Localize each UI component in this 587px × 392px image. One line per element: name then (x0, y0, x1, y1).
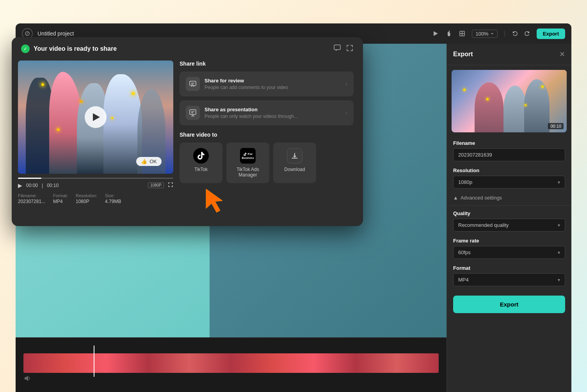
zoom-value: 100% (475, 31, 488, 37)
undo-icon[interactable] (512, 30, 518, 37)
download-icon (287, 148, 302, 164)
play-button[interactable] (85, 106, 107, 128)
video-fullscreen-icon[interactable] (168, 182, 173, 189)
share-as-presentation-text: Share as presentation People can only wa… (205, 107, 341, 119)
share-video-frame: 👍 OK (18, 61, 173, 174)
share-video-player: 👍 OK ▶ 00:00 | 00:10 1080P (12, 61, 180, 218)
share-as-presentation-desc: People can only watch your videos throug… (205, 114, 341, 119)
zoom-control[interactable]: 100% (472, 30, 497, 38)
share-modal-actions (333, 44, 354, 53)
format-meta: Format: MP4 (53, 193, 68, 204)
volume-icon[interactable] (23, 374, 31, 384)
advanced-settings-label: Advanced settings (461, 195, 502, 201)
chevron-up-icon: ▲ (453, 195, 458, 201)
format-meta-value: MP4 (53, 199, 68, 204)
video-current-time: 00:00 (26, 183, 38, 188)
filename-meta: Filename: 202307281... (18, 193, 45, 204)
video-progress-bar[interactable] (18, 178, 173, 179)
cursor-container (203, 187, 234, 218)
resolution-label: Resolution (453, 167, 565, 173)
frame-rate-dropdown-arrow: ▾ (558, 250, 560, 255)
share-modal-title: Your video is ready to share (34, 45, 329, 52)
export-submit-button[interactable]: Export (453, 296, 565, 313)
resolution-select[interactable]: 1080p ▾ (453, 176, 565, 189)
share-as-presentation-arrow: › (345, 110, 347, 116)
tiktok-platform[interactable]: TikTok (180, 143, 222, 183)
ready-badge: ✓ (21, 45, 30, 53)
export-preview-duration: 00:10 (548, 123, 564, 129)
share-platforms: TikTok For Business TikTok Ads Manager (180, 143, 354, 183)
crop-icon[interactable] (459, 30, 466, 37)
fullscreen-icon[interactable] (346, 44, 354, 53)
tiktok-ads-icon: For Business (240, 148, 256, 164)
filename-meta-label: Filename: (18, 193, 45, 198)
playhead (94, 346, 94, 377)
format-meta-label: Format: (53, 193, 68, 198)
share-for-review-option[interactable]: Share for review People can add comments… (180, 71, 354, 96)
tiktok-icon (193, 148, 209, 164)
export-title: Export (453, 51, 473, 58)
video-separator: | (42, 183, 43, 188)
video-total-time: 00:10 (47, 183, 59, 188)
share-video-to-title: Share video to (180, 132, 354, 138)
play-icon (93, 113, 100, 121)
video-play-icon[interactable]: ▶ (18, 182, 22, 189)
format-label: Format (453, 265, 565, 271)
comment-icon[interactable] (333, 44, 341, 53)
video-metadata: Filename: 202307281... Format: MP4 Resol… (18, 189, 173, 204)
advanced-settings-toggle[interactable]: ▲ Advanced settings (447, 192, 571, 204)
export-button[interactable]: Export (537, 29, 565, 39)
quality-field: Quality Recommended quality ▾ (447, 207, 571, 235)
redo-icon[interactable] (524, 30, 530, 37)
share-modal: ✓ Your video is ready to share (12, 37, 363, 226)
resolution-field: Resolution 1080p ▾ (447, 164, 571, 192)
share-as-presentation-name: Share as presentation (205, 107, 341, 112)
filename-meta-value: 202307281... (18, 199, 45, 204)
timeline (16, 337, 446, 392)
export-close-button[interactable]: ✕ (559, 50, 565, 59)
tiktok-label: TikTok (194, 167, 208, 172)
svg-rect-7 (334, 45, 340, 50)
share-options: Share link Share for review People can a… (180, 61, 363, 218)
video-quality-badge: 1080P (148, 182, 164, 188)
toolbar: 100% | Export (432, 29, 565, 39)
tiktok-ads-label: TikTok Ads Manager (230, 167, 265, 178)
divider (447, 205, 571, 206)
download-platform[interactable]: Download (273, 143, 316, 183)
play-icon[interactable] (432, 30, 439, 37)
video-controls-left: ▶ 00:00 | 00:10 (18, 182, 59, 189)
resolution-meta-label: Resolution: (76, 193, 97, 198)
share-modal-content: 👍 OK ▶ 00:00 | 00:10 1080P (12, 61, 363, 226)
size-meta: Size: 4.79MB (105, 193, 121, 204)
svg-marker-19 (206, 189, 222, 212)
divider: | (504, 30, 505, 37)
share-modal-header: ✓ Your video is ready to share (12, 37, 363, 61)
quality-label: Quality (453, 210, 565, 216)
filename-input[interactable]: 202307281639 (453, 148, 565, 161)
orange-cursor (203, 187, 226, 214)
quality-value: Recommended quality (458, 222, 509, 228)
size-meta-value: 4.79MB (105, 199, 121, 204)
tiktok-ads-platform[interactable]: For Business TikTok Ads Manager (226, 143, 269, 183)
share-for-review-name: Share for review (205, 78, 341, 84)
video-progress-fill (18, 178, 41, 179)
quality-select[interactable]: Recommended quality ▾ (453, 219, 565, 232)
pan-icon[interactable] (445, 30, 452, 37)
resolution-meta: Resolution: 1080P (76, 193, 97, 204)
frame-rate-select[interactable]: 60fps ▾ (453, 246, 565, 259)
format-dropdown-arrow: ▾ (558, 277, 560, 283)
size-meta-label: Size: (105, 193, 121, 198)
frame-rate-label: Frame rate (453, 238, 565, 244)
export-header: Export ✕ (447, 44, 571, 65)
quality-dropdown-arrow: ▾ (558, 223, 560, 228)
timeline-frames (23, 353, 439, 373)
thumbs-up-icon: 👍 (141, 159, 147, 164)
format-field: Format MP4 ▾ (447, 262, 571, 289)
ok-badge: 👍 OK (136, 157, 162, 166)
share-for-review-desc: People can add comments to your video (205, 85, 341, 90)
share-as-presentation-option[interactable]: Share as presentation People can only wa… (180, 100, 354, 125)
ok-text: OK (149, 159, 157, 164)
format-select[interactable]: MP4 ▾ (453, 273, 565, 286)
export-preview: 00:10 (452, 70, 567, 132)
frame-rate-value: 60fps (458, 249, 471, 255)
